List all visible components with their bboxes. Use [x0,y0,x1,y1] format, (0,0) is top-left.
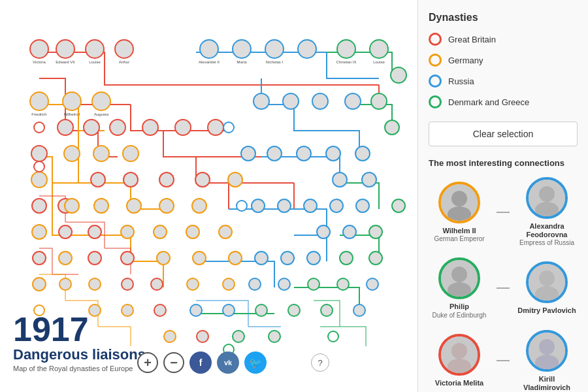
svg-point-33 [91,172,105,187]
connection-person-kirill[interactable]: Kirill Vladimirovich [516,330,578,392]
svg-point-36 [195,172,210,187]
svg-point-74 [229,252,242,265]
svg-point-12 [337,40,355,58]
bottom-controls: + − f vk 🐦 ? [137,351,329,374]
svg-point-85 [223,278,235,290]
svg-point-73 [193,252,206,265]
svg-point-72 [157,252,170,265]
svg-point-69 [59,252,72,265]
svg-point-22 [64,146,80,161]
zoom-out-button[interactable]: − [163,352,184,373]
russia-icon [429,74,442,88]
svg-text:Wilhelm I: Wilhelm I [64,112,80,116]
svg-text:Edward VII: Edward VII [56,60,75,64]
svg-point-67 [392,199,405,212]
alexandra-avatar [526,177,568,219]
britain-label: Great Britain [448,35,496,44]
vkontakte-button[interactable]: vk [217,351,239,374]
svg-text:Victoria: Victoria [33,60,46,64]
subtitle-display: Dangerous liaisons [13,346,146,363]
svg-point-68 [33,278,46,291]
connection-person-victoria[interactable]: Victoria Melita [429,334,490,387]
alexandra-title: Empress of Russia [519,239,574,247]
bottom-left-info: 1917 Dangerous liaisons Map of the Royal… [13,312,146,372]
svg-text:Nicholas I: Nicholas I [266,60,284,64]
svg-point-57 [186,225,199,238]
svg-point-129 [539,270,555,286]
svg-point-15 [57,120,73,135]
dmitry-avatar [526,261,568,303]
svg-point-94 [190,304,202,316]
svg-point-56 [154,225,167,238]
philip-avatar [438,257,480,299]
svg-point-42 [159,199,174,213]
wilhelm-photo [441,184,478,221]
connection-person-alexandra[interactable]: Alexandra Feodorovna Empress of Russia [516,177,578,247]
svg-point-11 [298,40,316,58]
wilhelm-name: Wilhelm II [442,227,476,235]
svg-point-27 [312,93,328,109]
dynasty-item-denmark[interactable]: Denmark and Greece [429,95,578,108]
kirill-photo [529,333,565,369]
svg-point-65 [343,225,356,238]
svg-point-1 [30,40,48,58]
clear-selection-button[interactable]: Clear selection [429,122,578,146]
svg-point-100 [164,331,176,342]
svg-point-78 [340,252,353,265]
dynasty-item-germany[interactable]: Germany [429,54,578,67]
svg-text:Alexander II: Alexander II [199,60,220,64]
svg-point-7 [92,92,110,110]
svg-point-59 [252,199,265,212]
svg-point-41 [127,199,141,213]
svg-point-133 [539,339,555,355]
svg-point-2 [56,40,74,58]
svg-point-63 [356,199,369,212]
svg-point-39 [65,199,79,213]
svg-point-60 [278,199,291,212]
svg-point-124 [448,206,471,221]
germany-icon [429,54,442,67]
svg-point-93 [154,304,166,316]
svg-point-13 [370,40,388,58]
dynasty-item-britain[interactable]: Great Britain [429,33,578,46]
svg-point-61 [304,199,317,212]
svg-point-132 [448,359,471,373]
svg-point-50 [362,172,376,187]
svg-point-19 [175,120,191,135]
alexandra-photo [529,180,565,216]
svg-point-82 [122,278,133,290]
svg-point-123 [451,191,467,206]
svg-point-8 [200,40,218,58]
connection-person-dmitry[interactable]: Dmitry Pavlovich [516,261,578,315]
philip-photo [441,260,478,297]
twitter-button[interactable]: 🐦 [244,351,267,374]
svg-point-64 [317,225,330,238]
denmark-icon [429,95,442,108]
svg-point-21 [31,172,47,188]
facebook-button[interactable]: f [189,351,212,374]
germany-label: Germany [448,56,483,65]
connection-person-wilhelm[interactable]: Wilhelm II German Emperor [429,182,490,243]
svg-point-30 [391,67,406,83]
help-button[interactable]: ? [311,353,329,372]
svg-point-84 [187,278,199,290]
svg-text:Friedrich: Friedrich [31,112,46,116]
svg-point-80 [59,278,71,290]
svg-point-48 [355,146,370,161]
dynasty-item-russia[interactable]: Russia [429,74,578,88]
svg-point-10 [265,40,284,58]
svg-text:Louise: Louise [89,60,101,64]
zoom-in-button[interactable]: + [137,352,158,373]
kirill-name: Kirill Vladimirovich [516,375,578,392]
kirill-avatar [526,330,568,372]
svg-point-77 [307,252,320,265]
svg-point-101 [197,331,208,342]
connection-person-philip[interactable]: Philip Duke of Edinburgh [429,257,490,319]
svg-point-4 [115,40,133,58]
victoria-photo [441,336,478,373]
svg-point-45 [267,146,282,161]
svg-point-62 [330,199,343,212]
svg-text:Louise: Louise [373,60,385,64]
svg-point-47 [326,146,340,161]
svg-point-5 [30,92,48,110]
